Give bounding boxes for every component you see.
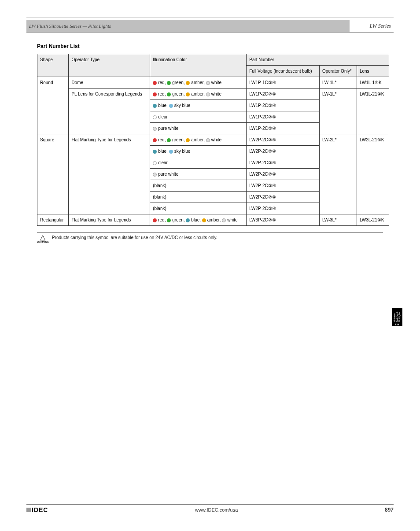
table-row: RectangularFlat Marking Type for Legends…: [37, 214, 389, 226]
cell-lens-pn: LW2L-21④K: [357, 134, 389, 214]
cell-bulb-pn: LW1P-2C②④: [247, 123, 320, 134]
th-type: Operator Type: [69, 54, 150, 77]
warning-icon: △ WARNING: [37, 234, 48, 243]
cell-illum: pure white: [150, 169, 247, 180]
cell-operator-pn: LW-1L*: [319, 77, 357, 88]
cell-illum: red, green, amber, white: [150, 134, 247, 146]
cell-illum: red, green, amber, white: [150, 77, 247, 88]
cell-illum: blue, sky blue: [150, 100, 247, 111]
cell-bulb-pn: LW1P-2C②④: [247, 111, 320, 123]
cell-type: Dome: [69, 77, 150, 88]
cell-illum: clear: [150, 157, 247, 169]
logo-text: IDEC: [32, 506, 48, 513]
banner-right: LW Series: [350, 20, 394, 32]
cell-illum: clear: [150, 111, 247, 123]
cell-illum: pure white: [150, 123, 247, 134]
cell-bulb-pn: LW2P-2C②④: [247, 203, 320, 214]
table-row: SquareFlat Marking Type for Legendsred, …: [37, 134, 389, 146]
cell-lens-pn: LW1L-1④K: [357, 77, 389, 88]
th-operator: Operator Only*: [319, 66, 357, 77]
cell-bulb-pn: LW2P-2C②④: [247, 157, 320, 169]
table-row: RoundDomered, green, amber, whiteLW1P-1C…: [37, 77, 389, 88]
th-shape: Shape: [37, 54, 69, 77]
page-number: 897: [385, 507, 394, 513]
footer-url: www.IDEC.com/usa: [195, 507, 238, 513]
banner-right-text: LW Series: [369, 23, 391, 30]
cell-shape: Rectangular: [37, 214, 69, 226]
th-bulb: Full Voltage (incandescent bulb): [247, 66, 320, 77]
cell-bulb-pn: LW2P-2C②④: [247, 169, 320, 180]
th-lens: Lens: [357, 66, 389, 77]
table-row: PL Lens for Corresponding Legendsred, gr…: [37, 88, 389, 100]
side-tab-series: LW: [395, 323, 399, 326]
cell-illum: red, green, blue, amber, white: [150, 214, 247, 226]
cell-bulb-pn: LW2P-2C②④: [247, 192, 320, 203]
cell-illum: blue, sky blue: [150, 146, 247, 157]
warning-note: △ WARNING Products carrying this symbol …: [37, 232, 383, 245]
th-pn-group: Part Number: [247, 54, 389, 66]
banner-left: LW Flush Silhouette Series — Pilot Light…: [26, 20, 350, 32]
side-tab-label: Miniature Switches & Pilot Lights: [394, 308, 401, 322]
cell-bulb-pn: LW2P-2C②④: [247, 146, 320, 157]
section-title: Part Number List: [37, 43, 394, 49]
side-tab: Miniature Switches & Pilot Lights LW: [392, 308, 402, 326]
brand-logo: IDEC: [26, 506, 48, 513]
part-number-table: ShapeOperator TypeIllumination ColorPart…: [37, 54, 389, 226]
cell-illum: (blank): [150, 192, 247, 203]
cell-bulb-pn: LW2P-2C②④: [247, 180, 320, 192]
cell-bulb-pn: LW1P-2C②④: [247, 88, 320, 100]
page-footer: IDEC www.IDEC.com/usa 897: [26, 504, 394, 513]
cell-illum: red, green, amber, white: [150, 88, 247, 100]
cell-operator-pn: LW-2L*: [319, 134, 357, 214]
cell-type: Flat Marking Type for Legends: [69, 214, 150, 226]
cell-lens-pn: LW3L-21④K: [357, 214, 389, 226]
cell-shape: Round: [37, 77, 69, 134]
cell-lens-pn: LW1L-21④K: [357, 88, 389, 134]
cell-operator-pn: LW-1L*: [319, 88, 357, 134]
cell-illum: (blank): [150, 203, 247, 214]
cell-shape: Square: [37, 134, 69, 214]
cell-type: PL Lens for Corresponding Legends: [69, 88, 150, 134]
cell-bulb-pn: LW1P-2C②④: [247, 100, 320, 111]
warning-text: Products carrying this symbol are suitab…: [52, 234, 217, 240]
logo-square-icon: [26, 508, 31, 512]
cell-bulb-pn: LW2P-2C②④: [247, 134, 320, 146]
header-banner: LW Flush Silhouette Series — Pilot Light…: [26, 20, 394, 32]
cell-type: Flat Marking Type for Legends: [69, 134, 150, 214]
cell-bulb-pn: LW1P-1C②④: [247, 77, 320, 88]
cell-bulb-pn: LW3P-2C②④: [247, 214, 320, 226]
cell-illum: (blank): [150, 180, 247, 192]
th-illum: Illumination Color: [150, 54, 247, 77]
banner-left-text: LW Flush Silhouette Series — Pilot Light…: [29, 23, 111, 29]
cell-operator-pn: LW-3L*: [319, 214, 357, 226]
